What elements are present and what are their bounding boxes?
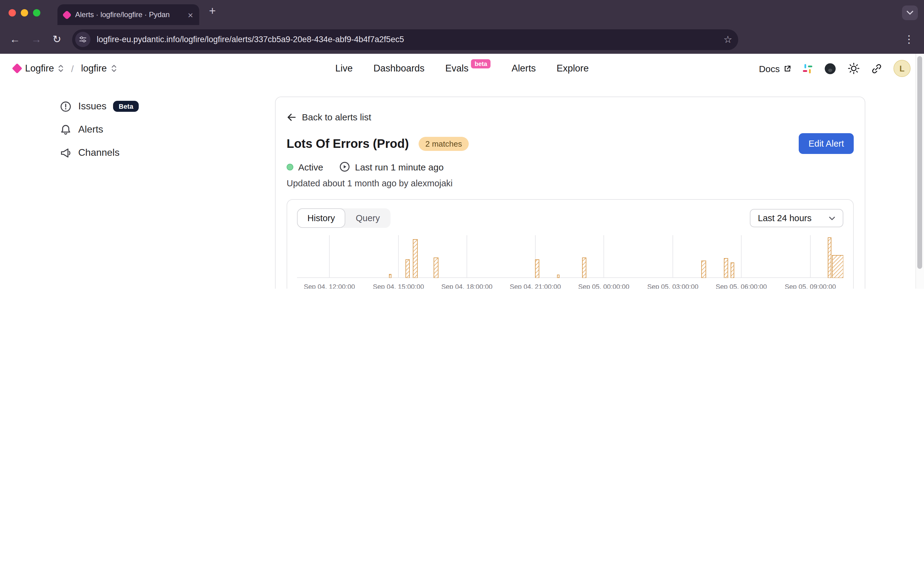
main-nav: Live Dashboards Evalsbeta Alerts Explore [335,63,589,74]
alert-matches-badge: 2 matches [419,137,469,151]
alert-title: Lots Of Errors (Prod) [287,137,409,151]
back-icon[interactable]: ← [10,34,20,45]
megaphone-icon [60,147,71,158]
app-header: Logfire / logfire Live Dashboards Evalsb… [0,54,924,83]
history-bar [535,259,539,278]
project-selector-icon[interactable] [111,63,117,73]
x-tick-label: Sep 05, 06:00:00 [716,283,767,288]
alert-circle-icon [60,100,71,112]
browser-toolbar: ← → ↻ logfire-eu.pydantic.info/logfire/l… [0,25,924,54]
tab-title: Alerts · logfire/logfire · Pydan [75,10,183,19]
slack-icon[interactable] [802,63,813,74]
chevron-down-icon [906,10,914,15]
chevron-down-icon [829,216,835,220]
history-chart: Sep 04, 12:00:00Sep 04, 15:00:00Sep 04, … [297,235,843,288]
history-panel-toolbar: History Query Last 24 hours [297,208,843,228]
last-run: Last run 1 minute ago [339,161,443,172]
external-link-icon [784,64,792,73]
alert-status-row: Active Last run 1 minute ago [287,161,854,172]
sidebar-item-label: Channels [78,147,119,158]
history-bar [413,240,418,278]
panel-tabs: History Query [297,208,390,228]
nav-dashboards[interactable]: Dashboards [373,63,424,74]
sidebar-item-alerts[interactable]: Alerts [60,122,266,137]
sidebar: Issues Beta Alerts Channels [0,83,266,169]
project-name[interactable]: logfire [81,63,106,74]
browser-titlebar: Alerts · logfire/logfire · Pydan × + [0,0,924,25]
bell-icon [60,124,71,135]
user-avatar[interactable]: L [893,60,911,77]
breadcrumb: Logfire / logfire [13,63,117,74]
reload-icon[interactable]: ↻ [53,34,61,45]
forward-icon[interactable]: → [31,34,42,45]
page-body: Issues Beta Alerts Channels [0,83,924,288]
alert-detail-card: Back to alerts list Lots Of Errors (Prod… [275,97,865,288]
history-bar [434,258,438,278]
tab-favicon [62,10,71,19]
browser-tab[interactable]: Alerts · logfire/logfire · Pydan × [58,4,199,25]
breadcrumb-separator: / [71,63,74,74]
minimize-window-button[interactable] [21,9,28,16]
time-range-select[interactable]: Last 24 hours [750,209,843,227]
address-bar[interactable]: logfire-eu.pydantic.info/logfire/logfire… [73,29,739,50]
org-selector-icon[interactable] [58,63,64,73]
tab-query[interactable]: Query [345,208,390,228]
nav-alerts[interactable]: Alerts [511,63,535,74]
back-to-alerts-link[interactable]: Back to alerts list [287,112,854,122]
issues-beta-badge: Beta [113,101,139,112]
tab-history[interactable]: History [297,208,345,228]
sidebar-item-label: Alerts [78,124,103,135]
x-tick-label: Sep 04, 12:00:00 [304,283,355,288]
history-bar [701,261,706,278]
play-circle-icon [339,161,350,172]
header-actions: Docs [759,60,911,77]
history-bar [731,263,734,278]
history-bar [828,238,831,278]
x-tick-label: Sep 04, 18:00:00 [441,283,493,288]
close-window-button[interactable] [8,9,16,16]
tab-close-icon[interactable]: × [188,10,193,19]
docs-link[interactable]: Docs [759,63,792,74]
alert-title-row: Lots Of Errors (Prod) 2 matches Edit Ale… [287,133,854,154]
alert-status: Active [287,161,323,172]
bookmark-star-icon[interactable]: ☆ [724,34,732,44]
edit-alert-button[interactable]: Edit Alert [799,133,854,154]
active-status-dot [287,163,293,170]
sidebar-item-issues[interactable]: Issues Beta [60,99,266,114]
github-icon[interactable] [824,62,837,75]
scrollbar-thumb[interactable] [917,56,922,269]
nav-explore[interactable]: Explore [557,63,589,74]
x-tick-label: Sep 04, 21:00:00 [510,283,561,288]
url-text: logfire-eu.pydantic.info/logfire/logfire… [97,35,404,44]
zoom-window-button[interactable] [33,9,40,16]
window-controls [0,9,40,16]
history-bar [832,255,843,278]
sidebar-item-channels[interactable]: Channels [60,145,266,160]
updated-info: Updated about 1 month ago by alexmojaki [287,178,854,188]
new-tab-button[interactable]: + [209,5,216,16]
page-scrollbar[interactable] [916,54,924,288]
x-tick-label: Sep 05, 00:00:00 [578,283,629,288]
browser-menu-icon[interactable]: ⋮ [904,34,914,45]
tab-search-button[interactable] [902,5,918,20]
history-bar [406,259,410,278]
logfire-logo-icon [12,63,22,74]
evals-beta-badge: beta [471,59,491,68]
nav-live[interactable]: Live [335,63,353,74]
browser-window: Alerts · logfire/logfire · Pydan × + ← →… [0,0,924,288]
x-tick-label: Sep 05, 09:00:00 [785,283,836,288]
org-name[interactable]: Logfire [25,63,54,74]
history-bar [389,274,391,278]
nav-evals[interactable]: Evalsbeta [445,63,491,74]
history-panel: History Query Last 24 hours [287,199,854,288]
x-tick-label: Sep 04, 15:00:00 [373,283,424,288]
history-bar [724,258,728,278]
history-bar [557,275,559,278]
main-content: Back to alerts list Lots Of Errors (Prod… [266,83,924,288]
theme-toggle-icon[interactable] [848,62,860,74]
history-bar [582,258,586,278]
site-info-icon[interactable] [76,32,91,47]
sidebar-item-label: Issues [78,101,106,112]
arrow-left-icon [287,113,297,121]
share-link-icon[interactable] [871,63,882,74]
